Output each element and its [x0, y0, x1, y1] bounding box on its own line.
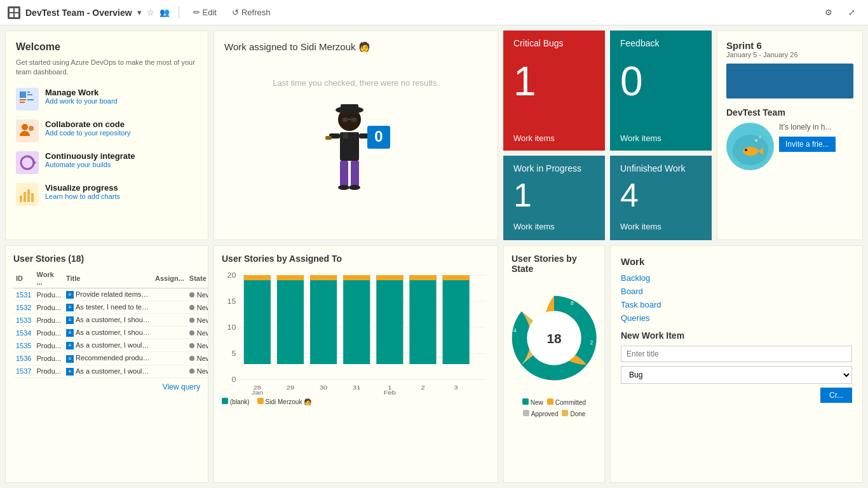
- cell-state: New: [187, 365, 208, 377]
- svg-rect-16: [27, 189, 30, 202]
- task-board-link[interactable]: Task board: [621, 300, 852, 309]
- table-row[interactable]: 1531 Produ... ≡Provide related items or …: [13, 288, 208, 301]
- legend-approved: Approved: [523, 410, 559, 417]
- svg-point-39: [743, 147, 758, 156]
- invite-button[interactable]: Invite a frie...: [779, 137, 836, 152]
- expand-button[interactable]: ⤢: [843, 4, 860, 22]
- create-work-item-button[interactable]: Cr...: [820, 388, 852, 403]
- col-title: Title: [64, 269, 153, 288]
- cell-work: Produ...: [34, 365, 64, 377]
- manage-work-icon: [16, 88, 39, 111]
- refresh-button[interactable]: ↺ Refresh: [227, 5, 276, 20]
- wip-tile[interactable]: Work in Progress 1 Work items: [503, 156, 605, 240]
- cell-assign: [153, 352, 187, 365]
- table-row[interactable]: 1535 Produ... ≡As a customer, I would li…: [13, 339, 208, 352]
- cell-state: New: [187, 352, 208, 365]
- legend-sidi: Sidi Merzouk 🧑: [257, 398, 312, 405]
- cell-state: New: [187, 301, 208, 314]
- svg-rect-34: [342, 118, 348, 122]
- svg-text:3: 3: [454, 384, 459, 391]
- edit-button[interactable]: ✏ Edit: [188, 5, 222, 20]
- table-row[interactable]: 1537 Produ... ≡As a customer, I would li…: [13, 365, 208, 377]
- queries-link[interactable]: Queries: [621, 313, 852, 323]
- visualize-subtitle[interactable]: Learn how to add charts: [45, 193, 120, 200]
- wip-title: Work in Progress: [513, 163, 595, 173]
- cell-title: ≡As tester, I need to test t...: [64, 301, 153, 314]
- devtest-content: It's lonely in h... Invite a frie...: [779, 123, 853, 152]
- devtest-section: DevTest Team It's: [726, 107, 853, 170]
- svg-text:0: 0: [374, 128, 383, 145]
- svg-text:15: 15: [227, 298, 236, 305]
- right-panel: Sprint 6 January 5 - January 26 DevTest …: [717, 30, 863, 240]
- work-assigned-figure: 0: [311, 100, 400, 215]
- cell-id: 1535: [13, 339, 34, 352]
- svg-rect-3: [15, 13, 18, 17]
- svg-rect-29: [351, 161, 359, 186]
- unfinished-title: Unfinished Work: [620, 163, 702, 173]
- collab-icon: [16, 119, 39, 142]
- feedback-title: Feedback: [620, 38, 702, 48]
- unfinished-tile[interactable]: Unfinished Work 4 Work items: [610, 156, 712, 240]
- manage-work-subtitle[interactable]: Add work to your board: [45, 97, 118, 105]
- svg-point-43: [759, 136, 761, 138]
- col-state: State: [187, 269, 208, 288]
- cell-id: 1537: [13, 365, 34, 377]
- svg-text:Jan: Jan: [252, 390, 263, 395]
- svg-rect-64: [409, 275, 436, 364]
- svg-rect-58: [310, 275, 337, 364]
- unfinished-count: 4: [620, 179, 702, 212]
- col-id: ID: [13, 269, 34, 288]
- svg-rect-15: [24, 192, 26, 202]
- state-chart-title: User Stories by State: [512, 254, 597, 274]
- view-query-link[interactable]: View query: [163, 383, 200, 391]
- sprint-progress-bar: [726, 64, 853, 98]
- settings-button[interactable]: ⚙: [820, 4, 837, 22]
- stories-panel-title: User Stories (18): [13, 254, 200, 264]
- svg-text:2: 2: [590, 339, 593, 346]
- cell-title: ≡As a customer, I should ...: [64, 314, 153, 327]
- welcome-desc: Get started using Azure DevOps to make t…: [16, 58, 198, 78]
- critical-bugs-tile[interactable]: Critical Bugs 1 Work items: [503, 30, 605, 151]
- cell-work: Produ...: [34, 301, 64, 314]
- svg-text:30: 30: [320, 384, 328, 391]
- chevron-down-icon[interactable]: ▾: [137, 8, 142, 17]
- svg-rect-55: [244, 275, 271, 280]
- new-work-item-type[interactable]: Bug User Story Task Feature: [621, 366, 852, 384]
- cell-title: ≡Provide related items or ...: [64, 288, 153, 301]
- feedback-tile[interactable]: Feedback 0 Work items: [610, 30, 712, 151]
- table-header-row: ID Work ... Title Assign... State: [13, 269, 208, 288]
- star-icon[interactable]: ☆: [147, 8, 154, 17]
- critical-bugs-title: Critical Bugs: [513, 38, 595, 48]
- integrate-subtitle[interactable]: Automate your builds: [45, 161, 135, 168]
- work-assigned-panel: Work assigned to Sidi Merzouk 🧑 Last tim…: [214, 30, 498, 240]
- refresh-icon: ↺: [232, 8, 239, 17]
- cell-work: Produ...: [34, 288, 64, 301]
- collab-subtitle[interactable]: Add code to your repository: [45, 129, 131, 137]
- devtest-fishbowl: [726, 123, 774, 170]
- backlog-link[interactable]: Backlog: [621, 273, 852, 283]
- table-row[interactable]: 1534 Produ... ≡As a customer, I should .…: [13, 327, 208, 339]
- table-row[interactable]: 1536 Produ... ≡Recommended products... N…: [13, 352, 208, 365]
- welcome-item-manage: Manage Work Add work to your board: [16, 88, 198, 111]
- collab-title: Collaborate on code: [45, 119, 131, 129]
- integrate-text: Continuously integrate Automate your bui…: [45, 151, 135, 168]
- devtest-title: DevTest Team: [726, 107, 853, 118]
- people-icon: 👥: [159, 8, 170, 17]
- cell-state: New: [187, 288, 208, 301]
- topbar-right-actions: ⚙ ⤢: [820, 4, 860, 22]
- table-row[interactable]: 1532 Produ... ≡As tester, I need to test…: [13, 301, 208, 314]
- svg-point-31: [349, 185, 360, 190]
- svg-rect-7: [20, 99, 26, 100]
- cell-assign: [153, 314, 187, 327]
- table-row[interactable]: 1533 Produ... ≡As a customer, I should .…: [13, 314, 208, 327]
- board-link[interactable]: Board: [621, 287, 852, 296]
- col-assign: Assign...: [153, 269, 187, 288]
- cell-assign: [153, 365, 187, 377]
- sprint-dates: January 5 - January 26: [726, 51, 853, 58]
- new-work-item-input[interactable]: [621, 346, 852, 362]
- svg-text:29: 29: [287, 384, 295, 391]
- cell-state: New: [187, 339, 208, 352]
- cell-title: ≡As a customer, I should ...: [64, 327, 153, 339]
- cell-id: 1532: [13, 301, 34, 314]
- stories-body: 1531 Produ... ≡Provide related items or …: [13, 288, 208, 378]
